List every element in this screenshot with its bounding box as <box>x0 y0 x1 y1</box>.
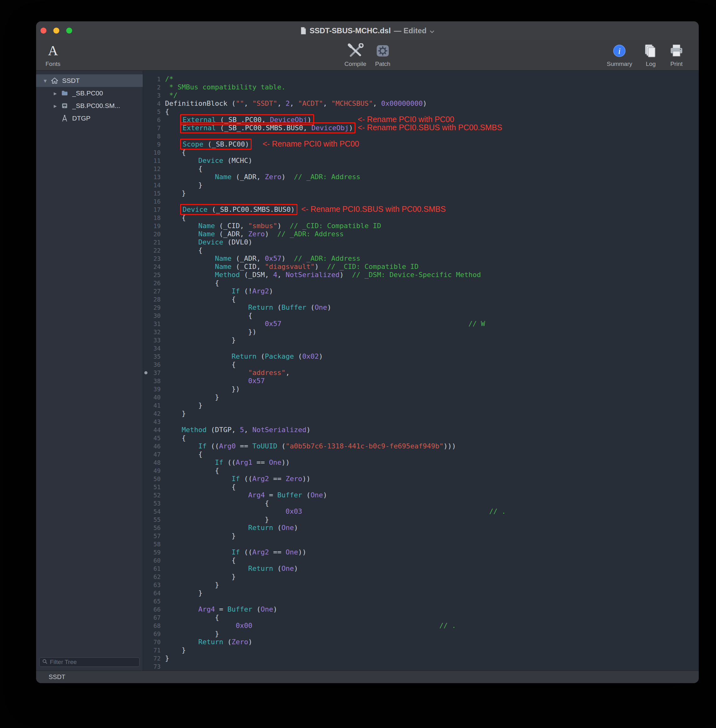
code-line[interactable]: 35 Return (Package (0x02) <box>143 352 699 361</box>
filter-tree-input[interactable] <box>50 659 137 666</box>
code-line[interactable]: 64 } <box>143 589 699 597</box>
code-line[interactable]: 41 } <box>143 401 699 410</box>
code-line[interactable]: 45 { <box>143 434 699 442</box>
summary-button[interactable]: i Summary <box>607 40 632 70</box>
code-line[interactable]: 31 0x57 // W <box>143 320 699 328</box>
code-line[interactable]: 61 Return (One) <box>143 564 699 573</box>
code-line[interactable]: 14 } <box>143 181 699 189</box>
sidebar-item-ssdt[interactable]: ▾SSDT <box>36 74 143 87</box>
code-line[interactable]: 19 Name (_CID, "smbus") // _CID: Compati… <box>143 222 699 230</box>
code-line[interactable]: 71 } <box>143 646 699 654</box>
method-icon <box>60 114 69 123</box>
code-line[interactable]: 24 Name (_CID, "diagsvault") // _CID: Co… <box>143 262 699 271</box>
code-line-content: Name (_ADR, Zero) // _ADR: Address <box>161 230 344 238</box>
code-line[interactable]: 4DefinitionBlock ("", "SSDT", 2, "ACDT",… <box>143 100 699 108</box>
minimize-button[interactable] <box>53 27 59 33</box>
code-line[interactable]: 57 } <box>143 532 699 540</box>
code-line[interactable]: 3 */ <box>143 91 699 100</box>
patch-button[interactable]: Patch <box>375 40 391 70</box>
compile-button[interactable]: Compile <box>344 40 367 70</box>
sidebar-item-sb-pc00[interactable]: ▸_SB.PC00 <box>36 87 143 100</box>
code-line[interactable]: 7 External (_SB_.PC00.SMBS.BUS0, DeviceO… <box>143 124 699 132</box>
code-line[interactable]: 47 { <box>143 450 699 458</box>
sidebar-tree: ▾SSDT▸_SB.PC00▸_SB.PC00.SM...DTGP <box>36 71 143 654</box>
code-line[interactable]: 11 Device (MCHC) <box>143 156 699 165</box>
code-line[interactable]: 29 Return (Buffer (One) <box>143 303 699 312</box>
title-menu-chevron-icon[interactable] <box>429 26 435 35</box>
code-line[interactable]: 13 Name (_ADR, Zero) // _ADR: Address <box>143 173 699 181</box>
code-line[interactable]: 58 <box>143 540 699 548</box>
code-line[interactable]: 48 If ((Arg1 == One)) <box>143 458 699 467</box>
print-button[interactable]: Print <box>669 40 684 70</box>
code-line[interactable]: 28 { <box>143 295 699 303</box>
code-line[interactable]: 62 } <box>143 573 699 581</box>
code-line-content: }) <box>161 385 240 393</box>
code-line[interactable]: 2 * SMBus compatibility table. <box>143 83 699 91</box>
code-line[interactable]: 54 0x03 // . <box>143 507 699 516</box>
code-line[interactable]: 1/* <box>143 75 699 83</box>
log-button[interactable]: Log <box>643 40 658 70</box>
code-line[interactable]: 50 If ((Arg2 == Zero)) <box>143 475 699 483</box>
code-line[interactable]: 55 } <box>143 516 699 524</box>
fonts-button[interactable]: A Fonts <box>46 40 61 70</box>
code-line[interactable]: 18 { <box>143 214 699 222</box>
code-line[interactable]: 44 Method (DTGP, 5, NotSerialized) <box>143 426 699 434</box>
code-line[interactable]: 36 { <box>143 361 699 369</box>
code-line[interactable]: 53 { <box>143 499 699 507</box>
code-line[interactable]: 32 }) <box>143 328 699 336</box>
code-line[interactable]: 33 } <box>143 336 699 344</box>
code-line[interactable]: 34 <box>143 344 699 352</box>
code-line-content: 0x57 <box>161 377 265 385</box>
document-proxy-icon[interactable] <box>300 23 306 39</box>
code-line-content: } <box>161 401 202 409</box>
code-line[interactable]: 70 Return (Zero) <box>143 638 699 646</box>
code-line[interactable]: 73 <box>143 663 699 670</box>
code-line[interactable]: 69 } <box>143 630 699 638</box>
code-line[interactable]: 67 { <box>143 613 699 622</box>
code-line[interactable]: 10 { <box>143 149 699 156</box>
code-line[interactable]: 60 { <box>143 557 699 564</box>
code-line[interactable]: 15 } <box>143 189 699 197</box>
code-line[interactable]: 38 0x57 <box>143 377 699 385</box>
code-line[interactable]: 52 Arg4 = Buffer (One) <box>143 491 699 499</box>
close-button[interactable] <box>41 27 46 33</box>
code-line[interactable]: 46 If ((Arg0 == ToUUID ("a0b5b7c6-1318-4… <box>143 442 699 450</box>
code-line[interactable]: 56 Return (One) <box>143 524 699 532</box>
code-line[interactable]: 23 Name (_ADR, 0x57) // _ADR: Address <box>143 255 699 262</box>
line-number: 11 <box>143 156 161 165</box>
code-line[interactable]: 21 Device (DVL0) <box>143 238 699 246</box>
code-line[interactable]: 37 "address", <box>143 369 699 377</box>
code-line[interactable]: 63 } <box>143 581 699 589</box>
code-line[interactable]: 27 If (!Arg2) <box>143 287 699 295</box>
code-editor[interactable]: 1/*2 * SMBus compatibility table.3 */4De… <box>143 71 699 670</box>
code-line[interactable]: 68 0x00 // . <box>143 622 699 630</box>
disclosure-triangle-icon[interactable]: ▸ <box>50 102 60 109</box>
code-line[interactable]: 26 { <box>143 279 699 287</box>
code-line[interactable]: 22 { <box>143 246 699 255</box>
code-line[interactable]: 40 } <box>143 393 699 401</box>
code-line[interactable]: 72} <box>143 654 699 663</box>
code-line[interactable]: 17 Device (_SB.PC00.SMBS.BUS0)<- Rename … <box>143 206 699 214</box>
code-line[interactable]: 12 { <box>143 165 699 173</box>
code-line[interactable]: 42 } <box>143 410 699 418</box>
line-number: 6 <box>143 116 161 124</box>
line-number: 5 <box>143 108 161 116</box>
code-line[interactable]: 59 If ((Arg2 == One)) <box>143 548 699 557</box>
code-line[interactable]: 25 Method (_DSM, 4, NotSerialized) // _D… <box>143 271 699 279</box>
code-line[interactable]: 49 { <box>143 467 699 475</box>
disclosure-triangle-icon[interactable]: ▾ <box>41 77 50 84</box>
code-line[interactable]: 39 }) <box>143 385 699 393</box>
code-line[interactable]: 20 Name (_ADR, Zero) // _ADR: Address <box>143 230 699 238</box>
code-line[interactable]: 51 { <box>143 483 699 491</box>
code-line[interactable]: 65 <box>143 597 699 605</box>
sidebar-item-dtgp[interactable]: DTGP <box>36 112 143 124</box>
line-number: 57 <box>143 532 161 540</box>
code-line[interactable]: 43 <box>143 418 699 426</box>
code-line[interactable]: 66 Arg4 = Buffer (One) <box>143 605 699 613</box>
code-line[interactable]: 30 { <box>143 312 699 320</box>
disclosure-triangle-icon[interactable]: ▸ <box>50 90 60 97</box>
code-line-content: Name (_CID, "smbus") // _CID: Compatible… <box>161 222 381 230</box>
sidebar-item-sb-pc00-sm[interactable]: ▸_SB.PC00.SM... <box>36 100 143 112</box>
zoom-button[interactable] <box>66 27 72 33</box>
code-line[interactable]: 9 Scope (_SB.PC00)<- Rename PCI0 with PC… <box>143 140 699 149</box>
